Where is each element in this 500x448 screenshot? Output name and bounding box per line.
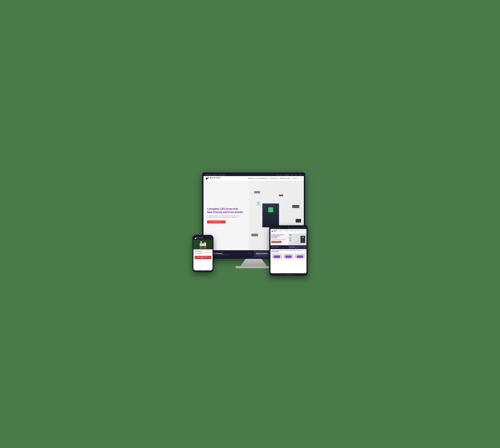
cta-label: SHOP GROW KITS HERE <box>209 222 222 223</box>
nav-about[interactable]: ABOUT BLACK DOG ▾ <box>279 178 291 179</box>
brand-logo[interactable]: BLACK DOG LED <box>205 177 220 180</box>
mobile-brand-sub: LED <box>198 238 203 239</box>
tablet-dog-icon <box>271 230 273 232</box>
tablet-topbar-right: Where to Buy | Wholesalers | FAQs | Sear… <box>288 228 306 229</box>
tablet-home-bar <box>285 274 292 275</box>
mobile-video-thumbnail[interactable]: BLACK DOG LED <box>193 240 213 249</box>
mobile-screen: BLACK DOG LED ≡ <box>193 237 213 270</box>
nav-contact[interactable]: CONTACT <box>293 178 298 179</box>
svg-point-1 <box>196 238 197 238</box>
tablet-hero-description: Our complete grow kits come in a variety… <box>271 239 287 240</box>
tablet-product-logo-3: Black Dog LED <box>298 257 302 257</box>
monitor-base <box>236 266 272 268</box>
nav-our-technology[interactable]: OUR TECHNOLOGY ▾ <box>257 178 268 179</box>
tablet-product-card-1[interactable]: Black Dog LED PhytoMAX-2 LED Grow Lights <box>271 253 282 260</box>
mobile-logo-text-group: BLACK DOG LED <box>198 237 203 239</box>
mobile-cta-arrow-icon: → <box>209 257 210 258</box>
mobile-home-button[interactable] <box>201 271 205 271</box>
tablet-commercial-panel[interactable]: Commercial Growers COMPLETE FACILITY CON… <box>270 245 288 249</box>
tablet-shop-button[interactable]: SHOP GROW KITS HERE → <box>271 241 281 243</box>
logo-text-group: BLACK DOG LED <box>210 177 220 180</box>
tablet-cart-icon[interactable]: 🛒 <box>304 231 306 232</box>
tablet-tent-window <box>302 237 304 238</box>
monitor-stand <box>240 259 267 266</box>
hero-title: Complete LED Grow Kits New Pricing and F… <box>207 207 245 214</box>
tablet-hero: Complete LED Grow Kits New Pricing and F… <box>270 233 306 245</box>
instagram-icon[interactable]: in <box>207 174 208 176</box>
hamburger-menu-icon[interactable]: ≡ <box>210 237 211 239</box>
tablet-nav-technology[interactable]: OUR TECHNOLOGY ▾ <box>284 230 290 232</box>
tablet-led-section: LED grow lights designed for commercial,… <box>270 249 306 261</box>
hero-description: Our complete grow kits come in a variety… <box>207 215 241 218</box>
sign-in-link[interactable]: Sign In <box>299 174 302 176</box>
faqs-link[interactable]: FAQs <box>291 174 293 176</box>
svg-point-0 <box>208 177 209 178</box>
tablet-product-card-2[interactable]: Black Dog LED Complete LED Grow Kits <box>283 253 294 260</box>
product-item-4 <box>296 219 301 223</box>
light-bar-1: Black Dog LED <box>274 255 280 258</box>
tent-window <box>268 207 273 212</box>
tablet-hero-image <box>288 233 306 245</box>
commercial-growers-arrow[interactable]: → <box>248 252 251 256</box>
tablet-nav-contact[interactable]: CONTACT <box>301 230 304 232</box>
tablet-brand-name: BLACK DOG <box>274 230 280 232</box>
nav-products[interactable]: PRODUCTS ▾ <box>248 178 255 179</box>
tablet-home-arrow[interactable]: → <box>304 246 306 248</box>
tablet-product-item-3 <box>290 240 291 241</box>
tablet-cta-arrow: → <box>280 241 280 242</box>
shop-grow-kits-button[interactable]: SHOP GROW KITS HERE → <box>207 221 225 224</box>
phone-number: (720) 420-1209 <box>219 174 225 176</box>
where-to-buy-link[interactable]: Where to Buy <box>277 174 282 176</box>
tablet-screen: Questions? (720) 420-1209 Where to Buy |… <box>270 228 306 273</box>
tablet-brand-sub: LED <box>274 232 280 233</box>
tablet-home-panel[interactable]: Home Growers ESSENTIALS FOR ANY SIZE & S… <box>288 245 306 249</box>
tablet-navbar: BLACK DOG LED PRODUCTS ▾ OUR TECHNOLOGY … <box>270 229 306 233</box>
twitter-icon[interactable]: tw <box>209 174 210 176</box>
scene: f in tw yt Questions? (720) 420-1209 Whe… <box>192 173 308 276</box>
tablet-products-grid: Black Dog LED PhytoMAX-2 LED Grow Lights… <box>271 253 306 260</box>
tablet-product-card-3[interactable]: Black Dog LED Accessories <box>295 253 306 260</box>
mobile-podcast-description: Watch The Cultivation Cast podcast hoste… <box>195 252 211 255</box>
tablet-topbar: Questions? (720) 420-1209 Where to Buy |… <box>270 228 306 229</box>
topbar-left: f in tw yt Questions? (720) 420-1209 <box>205 174 225 176</box>
tablet-brand-logo[interactable]: BLACK DOG LED <box>271 230 280 233</box>
social-icons: f in tw yt <box>205 174 212 176</box>
tablet-commercial-arrow[interactable]: → <box>286 246 287 248</box>
tablet-product-item-1 <box>289 235 291 236</box>
search-link[interactable]: Search <box>294 174 297 176</box>
mobile-overlay-sub: LED <box>201 245 205 245</box>
tablet-home-info: Home Growers ESSENTIALS FOR ANY SIZE & S… <box>289 246 300 248</box>
mobile-content: The Podcast Watch The Cultivation Cast p… <box>193 249 213 260</box>
tablet-logo-text-group: BLACK DOG LED <box>274 230 280 233</box>
facebook-icon[interactable]: f <box>205 174 207 176</box>
tablet-nav-products[interactable]: PRODUCTS ▾ <box>280 230 283 232</box>
syringes-group <box>257 202 261 206</box>
mobile-device: BLACK DOG LED ≡ <box>192 235 214 272</box>
cart-icon[interactable]: 🛒 <box>300 177 302 179</box>
mobile-podcast-title: The Podcast <box>195 250 211 252</box>
tablet-nav-links: PRODUCTS ▾ OUR TECHNOLOGY ▾ EDUCATION ▾ … <box>280 230 304 232</box>
cta-arrow-icon: → <box>222 222 223 223</box>
tablet-device: Questions? (720) 420-1209 Where to Buy |… <box>269 225 308 276</box>
tablet-topbar-left: Questions? (720) 420-1209 <box>271 228 280 229</box>
nav-education[interactable]: EDUCATION ▾ <box>270 178 277 179</box>
youtube-icon[interactable]: yt <box>210 174 212 176</box>
dog-icon <box>205 177 209 180</box>
tablet-nav-about[interactable]: ABOUT BLACK DOG ▾ <box>295 230 301 232</box>
tablet-growers: Commercial Growers COMPLETE FACILITY CON… <box>270 245 306 249</box>
tablet-cta-label: SHOP GROW KITS HERE <box>272 241 280 242</box>
light-bar-2: Black Dog LED <box>285 255 291 258</box>
tablet-product-label-2: Complete LED Grow Kits <box>283 259 294 259</box>
tablet-product-image-2: Black Dog LED <box>283 254 294 258</box>
product-item-1 <box>254 191 260 193</box>
desktop-topbar: f in tw yt Questions? (720) 420-1209 Whe… <box>203 174 304 176</box>
mobile-header: BLACK DOG LED ≡ <box>193 237 213 240</box>
person-head-left <box>200 241 202 243</box>
wholesalers-link[interactable]: Wholesalers <box>284 174 289 176</box>
brand-name: BLACK DOG <box>210 177 220 178</box>
grow-tent <box>262 203 279 227</box>
mobile-brand-logo[interactable]: BLACK DOG LED <box>195 237 203 239</box>
mobile-watch-podcast-button[interactable]: WATCH CULTIVATION CAST HERE → <box>195 256 211 259</box>
tablet-nav-education[interactable]: EDUCATION ▾ <box>290 230 294 232</box>
tablet-product-logo-1: Black Dog LED <box>275 257 279 257</box>
